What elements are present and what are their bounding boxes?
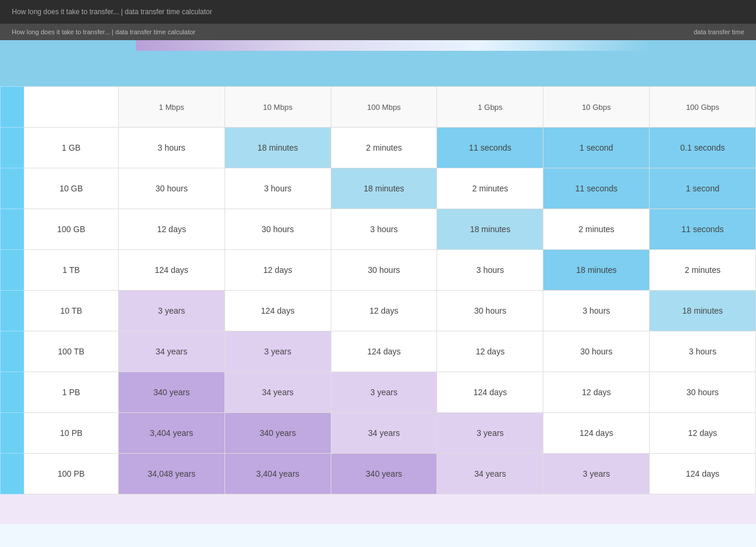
data-cell: 12 days [437,331,543,372]
table-row: 1 GB3 hours18 minutes2 minutes11 seconds… [1,128,756,168]
data-cell: 124 days [543,413,650,454]
size-indicator-cell [1,372,24,413]
header-area [0,51,756,86]
table-row: 1 TB124 days12 days30 hours3 hours18 min… [1,250,756,291]
size-label-cell: 100 PB [24,454,119,494]
data-cell: 3 years [331,372,437,413]
data-cell: 12 days [224,250,331,291]
table-row: 1 PB340 years34 years3 years124 days12 d… [1,372,756,413]
data-cell: 18 minutes [331,168,437,209]
data-cell: 34 years [331,413,437,454]
size-label-cell: 1 TB [24,250,119,291]
data-cell: 124 days [224,291,331,331]
size-indicator-cell [1,331,24,372]
data-cell: 12 days [119,209,225,250]
data-cell: 30 hours [331,250,437,291]
data-cell: 30 hours [224,209,331,250]
data-cell: 3 years [543,454,650,494]
col-empty-indicator [1,87,24,128]
subtitle-right: data transfer time [693,28,744,35]
data-cell: 3 years [224,331,331,372]
data-cell: 3,404 years [224,454,331,494]
data-cell: 30 hours [650,372,756,413]
data-cell: 340 years [224,413,331,454]
data-cell: 3 years [437,413,543,454]
data-cell: 18 minutes [224,128,331,168]
header-row: 1 Mbps 10 Mbps 100 Mbps 1 Gbps 10 Gbps 1… [1,87,756,128]
data-cell: 12 days [650,413,756,454]
col-speed-1mbps: 1 Mbps [119,87,225,128]
data-cell: 18 minutes [437,209,543,250]
data-cell: 0.1 seconds [650,128,756,168]
subtitle-text: How long does it take to transfer... | d… [12,28,693,35]
size-indicator-cell [1,413,24,454]
data-cell: 3 hours [650,331,756,372]
data-cell: 30 hours [543,331,650,372]
data-cell: 3 hours [224,168,331,209]
data-cell: 1 second [650,168,756,209]
data-cell: 12 days [331,291,437,331]
data-cell: 2 minutes [331,128,437,168]
data-cell: 18 minutes [650,291,756,331]
size-label-cell: 10 GB [24,168,119,209]
data-cell: 2 minutes [650,250,756,291]
col-speed-10mbps: 10 Mbps [224,87,331,128]
progress-bar [0,40,756,51]
data-cell: 11 seconds [437,128,543,168]
data-cell: 3,404 years [119,413,225,454]
data-cell: 34 years [224,372,331,413]
size-label-cell: 1 GB [24,128,119,168]
data-cell: 1 second [543,128,650,168]
data-cell: 18 minutes [543,250,650,291]
size-indicator-cell [1,128,24,168]
subtitle-bar: How long does it take to transfer... | d… [0,24,756,40]
table-wrapper: 1 Mbps 10 Mbps 100 Mbps 1 Gbps 10 Gbps 1… [0,86,756,494]
size-indicator-cell [1,454,24,494]
col-size-header [24,87,119,128]
size-label-cell: 100 GB [24,209,119,250]
data-cell: 3 hours [119,128,225,168]
data-cell: 124 days [437,372,543,413]
table-row: 10 PB3,404 years340 years34 years3 years… [1,413,756,454]
col-speed-100gbps: 100 Gbps [650,87,756,128]
progress-fill [136,40,650,51]
data-cell: 2 minutes [543,209,650,250]
data-cell: 3 years [119,291,225,331]
table-row: 10 GB30 hours3 hours18 minutes2 minutes1… [1,168,756,209]
data-cell: 340 years [331,454,437,494]
data-cell: 30 hours [119,168,225,209]
table-row: 100 PB34,048 years3,404 years340 years34… [1,454,756,494]
data-cell: 11 seconds [543,168,650,209]
col-speed-1gbps: 1 Gbps [437,87,543,128]
size-indicator-cell [1,209,24,250]
data-cell: 34,048 years [119,454,225,494]
footer-area [0,494,756,524]
data-cell: 11 seconds [650,209,756,250]
size-indicator-cell [1,250,24,291]
data-cell: 3 hours [437,250,543,291]
data-cell: 34 years [119,331,225,372]
data-cell: 3 hours [331,209,437,250]
data-cell: 124 days [119,250,225,291]
data-cell: 12 days [543,372,650,413]
data-cell: 340 years [119,372,225,413]
data-cell: 124 days [650,454,756,494]
data-cell: 2 minutes [437,168,543,209]
table-row: 10 TB3 years124 days12 days30 hours3 hou… [1,291,756,331]
size-indicator-cell [1,291,24,331]
size-label-cell: 10 PB [24,413,119,454]
top-bar-text: How long does it take to transfer... | d… [12,8,212,16]
col-speed-100mbps: 100 Mbps [331,87,437,128]
table-row: 100 TB34 years3 years124 days12 days30 h… [1,331,756,372]
size-label-cell: 100 TB [24,331,119,372]
data-cell: 30 hours [437,291,543,331]
size-label-cell: 1 PB [24,372,119,413]
size-label-cell: 10 TB [24,291,119,331]
col-speed-10gbps: 10 Gbps [543,87,650,128]
table-row: 100 GB12 days30 hours3 hours18 minutes2 … [1,209,756,250]
data-cell: 3 hours [543,291,650,331]
top-bar: How long does it take to transfer... | d… [0,0,756,24]
size-indicator-cell [1,168,24,209]
data-cell: 34 years [437,454,543,494]
data-table: 1 Mbps 10 Mbps 100 Mbps 1 Gbps 10 Gbps 1… [0,86,756,494]
